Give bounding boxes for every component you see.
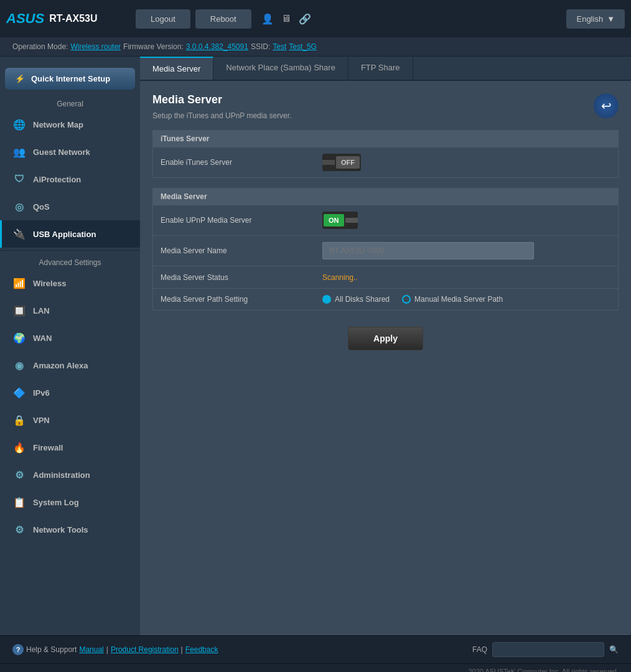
general-section-title: General — [0, 95, 140, 111]
apply-area: Apply — [152, 320, 619, 350]
sidebar-item-administration[interactable]: ⚙ Administration — [0, 461, 140, 488]
toggle-on-label: ON — [324, 214, 344, 226]
sidebar-item-network-map[interactable]: 🌐 Network Map — [0, 111, 140, 138]
sidebar-item-wan[interactable]: 🌍 WAN — [0, 324, 140, 352]
sidebar-item-label: QoS — [33, 202, 50, 212]
enable-upnp-label: Enable UPnP Media Server — [161, 216, 322, 225]
upnp-toggle[interactable]: ON — [322, 212, 358, 229]
faq-area: FAQ 🔍 — [472, 642, 619, 657]
sidebar-item-network-tools[interactable]: ⚙ Network Tools — [0, 516, 140, 543]
ssid-label: SSID: — [251, 42, 270, 51]
sidebar-item-qos[interactable]: ◎ QoS — [0, 193, 140, 220]
operation-mode-value[interactable]: Wireless router — [70, 42, 121, 51]
product-registration-link[interactable]: Product Registration — [111, 645, 179, 654]
copyright-text: 2020 ASUSTeK Computer Inc. All rights re… — [468, 668, 619, 672]
tab-ftp-share[interactable]: FTP Share — [348, 57, 413, 80]
sidebar-item-label: VPN — [33, 416, 50, 425]
server-name-control — [322, 242, 610, 259]
sidebar-item-label: USB Application — [33, 230, 96, 239]
media-server-section-header: Media Server — [153, 189, 618, 205]
search-icon[interactable]: 🔍 — [609, 645, 619, 654]
sidebar-item-aiprotection[interactable]: 🛡 AiProtection — [0, 166, 140, 193]
sidebar-item-label: System Log — [33, 498, 79, 507]
radio-manual-path[interactable]: Manual Media Server Path — [402, 295, 503, 304]
sidebar-item-firewall[interactable]: 🔥 Firewall — [0, 434, 140, 461]
tab-media-server[interactable]: Media Server — [140, 57, 213, 80]
ssid-value[interactable]: Test — [273, 42, 286, 51]
firmware-value[interactable]: 3.0.0.4.382_45091 — [186, 42, 248, 51]
sidebar-item-ipv6[interactable]: 🔷 IPv6 — [0, 379, 140, 406]
path-setting-row: Media Server Path Setting All Disks Shar… — [153, 288, 618, 310]
footer: ? Help & Support Manual | Product Regist… — [0, 635, 631, 663]
radio-all-disks[interactable]: All Disks Shared — [322, 295, 390, 304]
chevron-down-icon: ▼ — [607, 14, 615, 24]
server-name-input[interactable] — [322, 242, 534, 259]
lan-icon: 🔲 — [12, 303, 27, 318]
ssid-5g-value[interactable]: Test_5G — [289, 42, 317, 51]
server-name-row: Media Server Name — [153, 235, 618, 266]
ipv6-icon: 🔷 — [12, 385, 27, 400]
path-setting-control: All Disks Shared Manual Media Server Pat… — [322, 295, 610, 304]
logout-button[interactable]: Logout — [136, 9, 190, 29]
firewall-icon: 🔥 — [12, 440, 27, 455]
faq-label: FAQ — [472, 645, 487, 654]
firmware-label: Firmware Version: — [123, 42, 184, 51]
back-button[interactable]: ↩ — [594, 93, 619, 118]
usb-icon: 🔌 — [12, 226, 27, 241]
operation-mode-label: Operation Mode: — [12, 42, 68, 51]
panel-description: Setup the iTunes and UPnP media server. — [152, 111, 619, 120]
toggle-on-label — [322, 160, 335, 165]
user-icon[interactable]: 👤 — [261, 13, 274, 25]
sidebar-item-wireless[interactable]: 📶 Wireless — [0, 269, 140, 297]
sidebar-item-label: Firewall — [33, 443, 63, 452]
main-layout: ⚡ Quick Internet Setup General 🌐 Network… — [0, 57, 631, 635]
copyright-bar: 2020 ASUSTeK Computer Inc. All rights re… — [0, 663, 631, 672]
language-button[interactable]: English ▼ — [566, 9, 625, 29]
tab-bar: Media Server Network Place (Samba) Share… — [140, 57, 631, 81]
faq-input[interactable] — [492, 642, 604, 657]
sidebar-item-label: IPv6 — [33, 388, 50, 398]
media-server-section: Media Server Enable UPnP Media Server ON… — [152, 188, 619, 310]
aiprotection-icon: 🛡 — [12, 172, 27, 187]
sidebar-item-usb-application[interactable]: 🔌 USB Application — [0, 220, 140, 248]
share-icon[interactable]: 🔗 — [299, 13, 311, 25]
quick-setup-button[interactable]: ⚡ Quick Internet Setup — [5, 68, 135, 90]
radio-group: All Disks Shared Manual Media Server Pat… — [322, 295, 610, 304]
panel-title: Media Server — [152, 93, 619, 106]
sidebar-item-system-log[interactable]: 📋 System Log — [0, 488, 140, 516]
sidebar-item-amazon-alexa[interactable]: ◉ Amazon Alexa — [0, 352, 140, 379]
model: RT-AX53U — [49, 13, 97, 24]
guest-network-icon: 👥 — [12, 144, 27, 159]
feedback-link[interactable]: Feedback — [185, 645, 218, 654]
sidebar-item-vpn[interactable]: 🔒 VPN — [0, 406, 140, 434]
itunes-section: iTunes Server Enable iTunes Server OFF — [152, 130, 619, 178]
vpn-icon: 🔒 — [12, 413, 27, 427]
tab-network-place[interactable]: Network Place (Samba) Share — [213, 57, 348, 80]
sidebar-item-label: Administration — [33, 470, 90, 480]
sidebar-item-label: Guest Network — [33, 147, 90, 157]
sidebar: ⚡ Quick Internet Setup General 🌐 Network… — [0, 57, 140, 635]
quick-setup-label: Quick Internet Setup — [31, 74, 110, 83]
info-bar: Operation Mode: Wireless router Firmware… — [0, 37, 631, 57]
alexa-icon: ◉ — [12, 358, 27, 373]
radio-label-manual-path: Manual Media Server Path — [414, 295, 503, 304]
sidebar-item-label: Wireless — [33, 279, 66, 288]
enable-upnp-control: ON — [322, 212, 610, 229]
sidebar-divider — [0, 250, 140, 251]
itunes-section-header: iTunes Server — [153, 131, 618, 147]
top-bar: ASUS RT-AX53U Logout Reboot 👤 🖥 🔗 Englis… — [0, 0, 631, 37]
sidebar-item-label: Network Tools — [33, 525, 88, 534]
admin-icon: ⚙ — [12, 467, 27, 482]
radio-circle-empty — [402, 295, 411, 304]
content-area: Media Server Network Place (Samba) Share… — [140, 57, 631, 635]
wan-icon: 🌍 — [12, 330, 27, 345]
sidebar-item-lan[interactable]: 🔲 LAN — [0, 297, 140, 324]
monitor-icon[interactable]: 🖥 — [281, 13, 291, 24]
apply-button[interactable]: Apply — [348, 327, 423, 350]
sidebar-item-label: Network Map — [33, 120, 83, 129]
itunes-toggle[interactable]: OFF — [322, 154, 361, 171]
sidebar-item-guest-network[interactable]: 👥 Guest Network — [0, 138, 140, 166]
manual-link[interactable]: Manual — [79, 645, 103, 654]
reboot-button[interactable]: Reboot — [195, 9, 251, 29]
sidebar-item-label: WAN — [33, 334, 52, 343]
